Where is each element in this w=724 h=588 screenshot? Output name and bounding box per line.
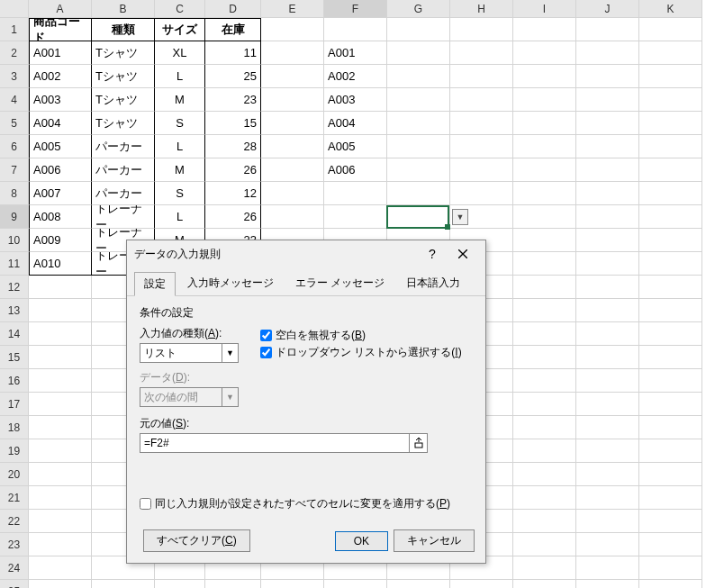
cell-K9[interactable] xyxy=(639,205,702,229)
cell-J2[interactable] xyxy=(576,41,639,65)
tab-settings[interactable]: 設定 xyxy=(134,272,176,296)
cell-H25[interactable] xyxy=(450,580,513,588)
cell-I15[interactable] xyxy=(513,346,576,369)
cell-A9[interactable]: A008 xyxy=(29,205,92,229)
cell-G25[interactable] xyxy=(387,580,450,588)
row-header[interactable]: 21 xyxy=(0,486,29,510)
cell-I7[interactable] xyxy=(513,158,576,182)
cell-A17[interactable] xyxy=(29,393,92,416)
cell-A13[interactable] xyxy=(29,299,92,322)
row-header[interactable]: 10 xyxy=(0,229,29,252)
cell-J12[interactable] xyxy=(576,276,639,299)
cell-J8[interactable] xyxy=(576,182,639,205)
cell-A22[interactable] xyxy=(29,510,92,533)
cell-C1[interactable]: サイズ xyxy=(155,18,205,41)
cell-E4[interactable] xyxy=(261,88,324,112)
cell-I3[interactable] xyxy=(513,65,576,88)
cell-E3[interactable] xyxy=(261,65,324,88)
cell-J14[interactable] xyxy=(576,322,639,346)
cell-K21[interactable] xyxy=(639,486,702,510)
row-header[interactable]: 7 xyxy=(0,158,29,182)
cell-I24[interactable] xyxy=(513,556,576,580)
cell-I2[interactable] xyxy=(513,41,576,65)
cell-F1[interactable] xyxy=(324,18,387,41)
cell-K22[interactable] xyxy=(639,510,702,533)
cell-C25[interactable] xyxy=(155,580,205,588)
ok-button[interactable]: OK xyxy=(335,531,388,551)
cell-K6[interactable] xyxy=(639,135,702,158)
cell-J24[interactable] xyxy=(576,556,639,580)
cell-K4[interactable] xyxy=(639,88,702,112)
cell-I18[interactable] xyxy=(513,416,576,439)
dropdown-button[interactable]: ▼ xyxy=(452,209,468,225)
row-header[interactable]: 15 xyxy=(0,346,29,369)
cell-B6[interactable]: パーカー xyxy=(92,135,155,158)
cell-K19[interactable] xyxy=(639,439,702,463)
cell-F25[interactable] xyxy=(324,580,387,588)
cell-B7[interactable]: パーカー xyxy=(92,158,155,182)
cell-A12[interactable] xyxy=(29,276,92,299)
cell-K17[interactable] xyxy=(639,393,702,416)
cell-I25[interactable] xyxy=(513,580,576,588)
cell-I20[interactable] xyxy=(513,463,576,486)
row-header[interactable]: 25 xyxy=(0,580,29,588)
close-button[interactable] xyxy=(448,243,478,265)
cell-J15[interactable] xyxy=(576,346,639,369)
cell-K15[interactable] xyxy=(639,346,702,369)
cell-F5[interactable]: A004 xyxy=(324,112,387,135)
cell-A25[interactable] xyxy=(29,580,92,588)
source-input[interactable] xyxy=(140,437,409,449)
row-header[interactable]: 24 xyxy=(0,556,29,580)
cell-K8[interactable] xyxy=(639,182,702,205)
row-header[interactable]: 14 xyxy=(0,322,29,346)
cell-H7[interactable] xyxy=(450,158,513,182)
in-cell-dropdown-checkbox[interactable]: ドロップダウン リストから選択する(I)ドロップダウン リストから選択する(I) xyxy=(260,345,462,360)
cell-G3[interactable] xyxy=(387,65,450,88)
cell-A14[interactable] xyxy=(29,322,92,346)
row-header[interactable]: 13 xyxy=(0,299,29,322)
cell-F3[interactable]: A002 xyxy=(324,65,387,88)
cancel-button[interactable]: キャンセル xyxy=(394,529,475,552)
cell-I1[interactable] xyxy=(513,18,576,41)
cell-C7[interactable]: M xyxy=(155,158,205,182)
cell-K1[interactable] xyxy=(639,18,702,41)
cell-D2[interactable]: 11 xyxy=(205,41,261,65)
row-header[interactable]: 1 xyxy=(0,18,29,41)
cell-A21[interactable] xyxy=(29,486,92,510)
cell-J11[interactable] xyxy=(576,252,639,276)
cell-I14[interactable] xyxy=(513,322,576,346)
cell-I4[interactable] xyxy=(513,88,576,112)
cell-I10[interactable] xyxy=(513,229,576,252)
row-header[interactable]: 17 xyxy=(0,393,29,416)
cell-F7[interactable]: A006 xyxy=(324,158,387,182)
cell-E9[interactable] xyxy=(261,205,324,229)
row-header[interactable]: 4 xyxy=(0,88,29,112)
row-header[interactable]: 16 xyxy=(0,369,29,393)
cell-H5[interactable] xyxy=(450,112,513,135)
cell-I8[interactable] xyxy=(513,182,576,205)
row-header[interactable]: 5 xyxy=(0,112,29,135)
cell-B8[interactable]: パーカー xyxy=(92,182,155,205)
row-header[interactable]: 2 xyxy=(0,41,29,65)
cell-J20[interactable] xyxy=(576,463,639,486)
clear-all-button[interactable]: すべてクリア(C)すべてクリア(C) xyxy=(143,529,250,552)
cell-D1[interactable]: 在庫 xyxy=(205,18,261,41)
col-header-A[interactable]: A xyxy=(29,0,92,18)
cell-I23[interactable] xyxy=(513,533,576,556)
col-header-E[interactable]: E xyxy=(261,0,324,18)
row-header[interactable]: 18 xyxy=(0,416,29,439)
apply-all-checkbox[interactable]: 同じ入力規則が設定されたすべてのセルに変更を適用する(P)同じ入力規則が設定され… xyxy=(140,496,473,511)
cell-I13[interactable] xyxy=(513,299,576,322)
cell-I22[interactable] xyxy=(513,510,576,533)
cell-F6[interactable]: A005 xyxy=(324,135,387,158)
cell-I12[interactable] xyxy=(513,276,576,299)
cell-I21[interactable] xyxy=(513,486,576,510)
col-header-F[interactable]: F xyxy=(324,0,387,18)
cell-K7[interactable] xyxy=(639,158,702,182)
cell-C2[interactable]: XL xyxy=(155,41,205,65)
cell-E1[interactable] xyxy=(261,18,324,41)
row-header[interactable]: 23 xyxy=(0,533,29,556)
cell-A10[interactable]: A009 xyxy=(29,229,92,252)
cell-G1[interactable] xyxy=(387,18,450,41)
cell-K13[interactable] xyxy=(639,299,702,322)
